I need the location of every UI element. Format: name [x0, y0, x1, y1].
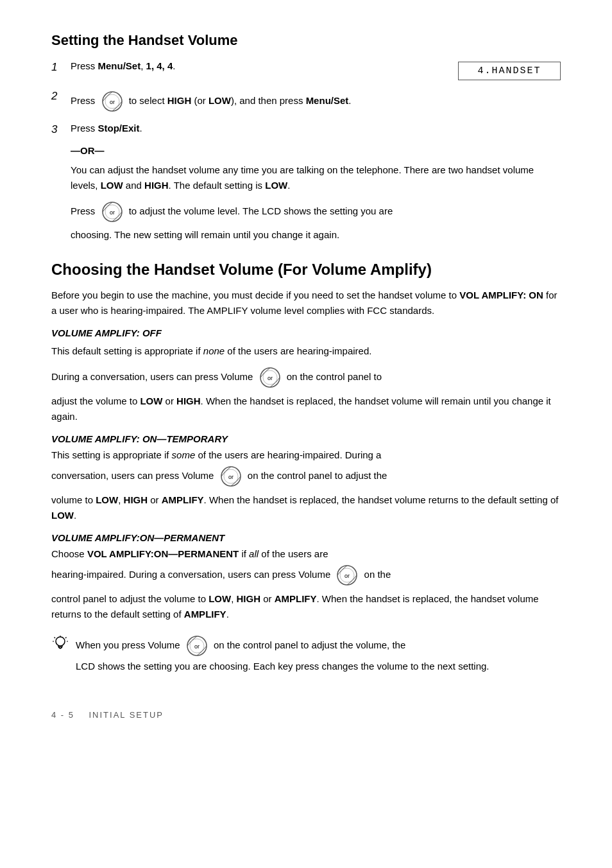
sub3-body2-pre: hearing-impaired. During a conversation,… [51, 569, 333, 580]
sub3-body1-pre: Choose [51, 548, 87, 559]
step2-pre: Press [71, 95, 98, 106]
footer-left: 4 - 5 [51, 710, 74, 720]
sub2-low2: LOW [51, 510, 74, 521]
subhead1: VOLUME AMPLIFY: OFF [51, 327, 561, 338]
body2-pre: Press [71, 205, 98, 216]
sub2-body3: volume to LOW, HIGH or AMPLIFY. When the… [51, 492, 561, 523]
note-text1-post: on the control panel to adjust the volum… [214, 639, 405, 650]
svg-text:or: or [267, 375, 272, 381]
section2-title: Choosing the Handset Volume (For Volume … [51, 261, 561, 279]
sub3-body3-text: control panel to adjust the volume to [51, 593, 208, 604]
sub2-amplify: AMPLIFY [162, 494, 204, 505]
sub3-italic: all [249, 548, 259, 559]
step1-content: Press Menu/Set, 1, 4, 4. [71, 60, 458, 71]
step1-period: . [173, 60, 175, 71]
body2-cont: choosing. The new setting will remain un… [71, 229, 339, 240]
note-icon [51, 635, 69, 653]
step1-nums: 1, 4, 4 [146, 60, 173, 71]
sub1-body2-post: on the control panel to [287, 371, 382, 382]
sub2-body2-post: on the control panel to adjust the [248, 470, 387, 481]
sub1-body2: During a conversation, users can press V… [51, 365, 561, 390]
sub1-end: of the users are hearing-impaired. [225, 345, 371, 356]
sub3-amplify2: AMPLIFY [184, 609, 226, 620]
sub2-period: . [74, 510, 76, 521]
step2-row: 2 Press or to select HIGH (or LOW), and … [51, 89, 561, 114]
svg-text:or: or [194, 643, 200, 650]
sub1-body3: adjust the volume to LOW or HIGH. When t… [51, 394, 561, 424]
sub1-low: LOW [140, 395, 162, 406]
sub2-body2: conversation, users can press Volume or … [51, 464, 561, 489]
body-para2-cont: choosing. The new setting will remain un… [71, 229, 561, 240]
step2-number: 2 [51, 89, 71, 103]
step1-number: 1 [51, 60, 71, 74]
or-icon-note: or [185, 634, 209, 658]
sub3-comma1: , [231, 593, 236, 604]
or-icon-sub2: or [219, 464, 243, 489]
step2-content: Press or to select HIGH (or LOW), and th… [71, 89, 561, 114]
note-row: When you press Volume or on the control … [51, 634, 561, 672]
sub2-comma1: , [118, 494, 123, 505]
sub3-body1-end2: of the users are [259, 548, 328, 559]
sub3-body3: control panel to adjust the volume to LO… [51, 591, 561, 622]
svg-text:or: or [110, 209, 115, 216]
sub3-low: LOW [208, 593, 231, 604]
sub3-body2: hearing-impaired. During a conversation,… [51, 563, 561, 587]
svg-point-15 [56, 637, 65, 646]
sub1-body3-text: adjust the volume to [51, 395, 140, 406]
subhead2: VOLUME AMPLIFY: ON—TEMPORARY [51, 433, 561, 444]
step2-high: HIGH [167, 95, 192, 106]
body1-low: LOW [101, 180, 123, 191]
note-text2-content: LCD shows the setting you are choosing. … [76, 661, 489, 672]
svg-text:or: or [110, 99, 115, 105]
body1-high: HIGH [144, 180, 169, 191]
body1-end: . The default setting is [169, 180, 266, 191]
step2-mid: (or [191, 95, 208, 106]
section2-intro: Before you begin to use the machine, you… [51, 288, 561, 318]
body2-post: to adjust the volume level. The LCD show… [129, 205, 393, 216]
sub3-amplify: AMPLIFY [275, 593, 317, 604]
svg-line-19 [65, 638, 67, 639]
or-icon-sub3: or [335, 563, 359, 587]
sub3-body1: Choose VOL AMPLIFY:ON—PERMANENT if all o… [51, 548, 561, 559]
step3-period: . [140, 123, 142, 134]
sub2-or: or [148, 494, 162, 505]
body1-and: and [123, 180, 144, 191]
footer-right: INITIAL SETUP [89, 710, 164, 720]
note-text2: LCD shows the setting you are choosing. … [76, 661, 561, 672]
body-para2: Press or to adjust the volume level. The… [71, 200, 561, 224]
sub2-body1: This setting is appropriate if some of t… [51, 449, 561, 460]
step2-end: ), and then press [231, 95, 306, 106]
svg-text:or: or [344, 573, 350, 579]
section1-title: Setting the Handset Volume [51, 32, 561, 49]
lcd-display: 4.HANDSET [458, 62, 561, 80]
sub2-body1-end: of the users are hearing-impaired. Durin… [195, 449, 381, 460]
svg-line-18 [55, 638, 56, 639]
sub1-body-pre: This default setting is appropriate if [51, 345, 203, 356]
step1-text-pre: Press [71, 60, 98, 71]
note-content: When you press Volume or on the control … [76, 634, 561, 672]
footer: 4 - 5 INITIAL SETUP [51, 710, 561, 720]
sub2-italic: some [172, 449, 196, 460]
sub1-body1: This default setting is appropriate if n… [51, 343, 561, 359]
or-icon-sub1: or [258, 365, 282, 390]
sub1-high: HIGH [176, 395, 201, 406]
sub3-bold1: VOL AMPLIFY:ON—PERMANENT [87, 548, 239, 559]
sub2-body1-pre: This setting is appropriate if [51, 449, 172, 460]
sub2-body2-pre: conversation, users can press Volume [51, 470, 217, 481]
or-icon-body: or [100, 200, 124, 224]
note-text1: When you press Volume or on the control … [76, 634, 561, 658]
sub2-body3-end: . When the handset is replaced, the hand… [204, 494, 559, 505]
step3-content: Press Stop/Exit. [71, 123, 561, 134]
sub2-high: HIGH [124, 494, 148, 505]
step3-row: 3 Press Stop/Exit. [51, 123, 561, 136]
body-para1: You can adjust the handset volume any ti… [71, 162, 561, 193]
step3-stopexit: Stop/Exit [98, 123, 140, 134]
note-text1-pre: When you press Volume [76, 639, 183, 650]
step2-post: to select [129, 95, 167, 106]
intro-text: Before you begin to use the machine, you… [51, 290, 459, 300]
sub2-body3-text: volume to [51, 494, 96, 505]
sub3-body2-post: on the [364, 569, 391, 580]
step3-pre: Press [71, 123, 98, 134]
step2-low: LOW [208, 95, 231, 106]
intro-bold: VOL AMPLIFY: ON [459, 290, 543, 300]
